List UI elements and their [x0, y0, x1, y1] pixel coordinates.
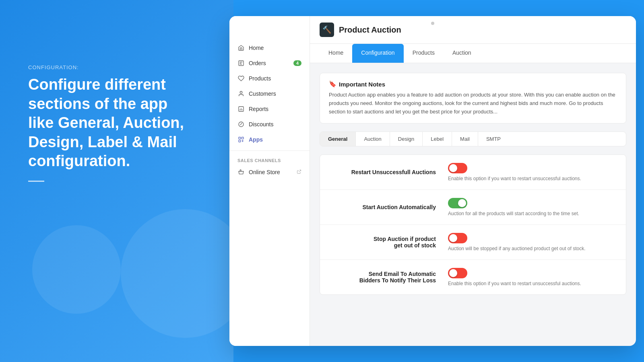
setting-label-restart: Restart Unsuccessfull Auctions — [329, 169, 448, 175]
sidebar-item-reports[interactable]: Reports — [229, 101, 310, 117]
tab-home[interactable]: Home — [320, 44, 352, 63]
sidebar-discounts-label: Discounts — [249, 121, 273, 128]
sub-tab-lebel[interactable]: Lebel — [423, 132, 452, 146]
svg-rect-5 — [242, 137, 244, 139]
sub-tab-general[interactable]: General — [320, 132, 356, 146]
tab-products[interactable]: Products — [404, 44, 444, 63]
left-text-block: CONFIGURATION: Configure different secti… — [28, 64, 197, 182]
setting-row-restart: Restart Unsuccessfull Auctions Enable th… — [320, 155, 626, 190]
reports-icon — [237, 105, 245, 113]
sidebar-home-label: Home — [249, 45, 264, 51]
content-header: 🔨 Product Auction — [310, 16, 636, 44]
sidebar-item-discounts[interactable]: Discounts — [229, 117, 310, 132]
online-store-label: Online Store — [249, 169, 280, 175]
important-notes-box: 🔖 Important Notes Product Auction app en… — [320, 73, 626, 123]
setting-title-email-1: Send Email To Automatic — [329, 271, 436, 277]
content-area: 🔨 Product Auction Home Configuration Pro… — [310, 16, 636, 346]
toggle-stop-oos[interactable] — [448, 233, 467, 243]
sidebar-item-orders[interactable]: Orders 4 — [229, 56, 310, 71]
sub-tab-design[interactable]: Design — [390, 132, 423, 146]
toggle-auto-start[interactable] — [448, 198, 467, 208]
config-heading: Configure different sections of the app … — [28, 75, 197, 171]
setting-desc-restart: Enable this option if you want to restar… — [448, 176, 617, 181]
notes-title: 🔖 Important Notes — [329, 80, 617, 88]
sales-channels-section-label: SALES CHANNELS — [229, 154, 310, 165]
setting-title-email-2: Bidders To Notify Their Loss — [329, 277, 436, 284]
discounts-icon — [237, 121, 245, 128]
sidebar-item-home[interactable]: Home — [229, 40, 310, 56]
main-window: Home Orders 4 Products Customers R — [229, 16, 636, 346]
sub-tab-mail[interactable]: Mail — [452, 132, 478, 146]
customers-icon — [237, 90, 245, 97]
tab-configuration[interactable]: Configuration — [352, 44, 403, 63]
home-icon — [237, 44, 245, 51]
setting-label-stop-oos: Stop Auction if product get out of stock — [329, 236, 448, 249]
svg-point-1 — [240, 91, 242, 93]
store-icon — [237, 169, 245, 176]
toggle-email-bidders[interactable] — [448, 268, 467, 278]
nav-tabs: Home Configuration Products Auction — [310, 44, 636, 63]
content-body: 🔖 Important Notes Product Auction app en… — [310, 63, 636, 346]
sidebar-item-apps[interactable]: Apps — [229, 132, 310, 147]
setting-row-email-bidders: Send Email To Automatic Bidders To Notif… — [320, 260, 626, 294]
apps-icon — [237, 136, 245, 143]
notes-text: Product Auction app enables you a featur… — [329, 91, 617, 116]
page-title: Product Auction — [339, 25, 401, 35]
sidebar-divider — [229, 150, 310, 151]
svg-rect-6 — [239, 140, 241, 142]
toggle-thumb-stop-oos — [449, 234, 457, 242]
toggle-thumb-restart — [449, 164, 457, 172]
sidebar-item-online-store[interactable]: Online Store — [229, 165, 310, 180]
setting-row-auto-start: Start Auction Automatically Auction for … — [320, 190, 626, 225]
config-label: CONFIGURATION: — [28, 64, 197, 70]
external-link-icon — [297, 169, 301, 175]
toggle-thumb-auto-start — [458, 199, 466, 207]
tab-auction[interactable]: Auction — [444, 44, 480, 63]
settings-card: Restart Unsuccessfull Auctions Enable th… — [320, 154, 626, 295]
setting-label-auto-start: Start Auction Automatically — [329, 204, 448, 210]
notes-icon: 🔖 — [329, 80, 336, 88]
setting-title-auto-start: Start Auction Automatically — [329, 204, 436, 210]
toggle-thumb-email-bidders — [449, 269, 457, 277]
sidebar-orders-label: Orders — [249, 60, 266, 66]
heading-divider — [28, 181, 44, 182]
sidebar-apps-label: Apps — [249, 136, 263, 143]
sidebar-item-products[interactable]: Products — [229, 71, 310, 86]
window-dot — [431, 22, 434, 25]
setting-row-stop-oos: Stop Auction if product get out of stock… — [320, 225, 626, 260]
left-panel: CONFIGURATION: Configure different secti… — [0, 0, 233, 362]
setting-desc-email-bidders: Enable this option if you want to restar… — [448, 281, 617, 286]
setting-title-restart: Restart Unsuccessfull Auctions — [329, 169, 436, 175]
svg-rect-4 — [239, 137, 241, 139]
sub-tabs: General Auction Design Lebel Mail SMTP — [320, 132, 626, 146]
setting-control-auto-start: Auction for all the products will start … — [448, 198, 617, 216]
setting-control-email-bidders: Enable this option if you want to restar… — [448, 268, 617, 286]
orders-icon — [237, 60, 245, 67]
setting-control-stop-oos: Auction will be stopped if any auctioned… — [448, 233, 617, 251]
sub-tab-auction[interactable]: Auction — [356, 132, 390, 146]
sidebar-products-label: Products — [249, 75, 271, 82]
deco-circle-2 — [32, 225, 121, 314]
sidebar-item-customers[interactable]: Customers — [229, 86, 310, 101]
auction-icon: 🔨 — [320, 23, 334, 37]
toggle-restart[interactable] — [448, 163, 467, 173]
setting-title-stop-oos-1: Stop Auction if product — [329, 236, 436, 242]
orders-badge: 4 — [293, 60, 301, 66]
setting-desc-stop-oos: Auction will be stopped if any auctioned… — [448, 246, 617, 251]
setting-title-stop-oos-2: get out of stock — [329, 242, 436, 249]
products-icon — [237, 75, 245, 82]
svg-line-7 — [299, 170, 301, 172]
setting-control-restart: Enable this option if you want to restar… — [448, 163, 617, 181]
setting-label-email-bidders: Send Email To Automatic Bidders To Notif… — [329, 271, 448, 284]
sidebar-customers-label: Customers — [249, 90, 276, 97]
sidebar-reports-label: Reports — [249, 106, 268, 112]
sub-tab-smtp[interactable]: SMTP — [478, 132, 509, 146]
setting-desc-auto-start: Auction for all the products will start … — [448, 211, 617, 216]
sidebar: Home Orders 4 Products Customers R — [229, 16, 310, 346]
